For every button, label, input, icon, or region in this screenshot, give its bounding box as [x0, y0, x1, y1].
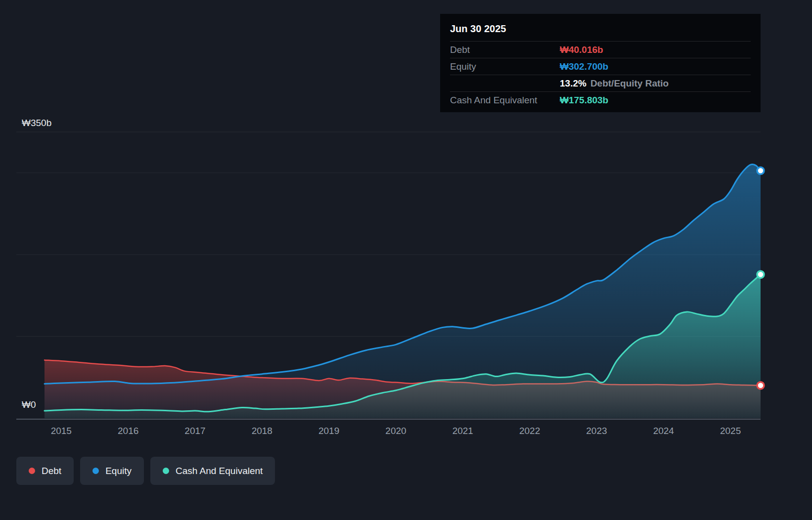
- x-tick-2020: 2020: [385, 426, 406, 436]
- tooltip-row-debt: Debt ₩40.016b: [450, 42, 751, 58]
- legend-item-debt[interactable]: Debt: [16, 457, 74, 485]
- x-tick-2015: 2015: [51, 426, 72, 436]
- tooltip-row-cash: Cash And Equivalent ₩175.803b: [450, 92, 751, 108]
- tooltip-debt-label: Debt: [450, 44, 560, 55]
- tooltip-cash-label: Cash And Equivalent: [450, 95, 560, 106]
- financial-history-chart: 2015201620172018201920202021202220232024…: [0, 0, 812, 520]
- legend-label-equity: Equity: [105, 466, 132, 477]
- x-tick-2017: 2017: [184, 426, 205, 436]
- x-tick-2018: 2018: [252, 426, 272, 436]
- cash-series-dot: [163, 468, 169, 474]
- x-tick-2016: 2016: [118, 426, 138, 436]
- legend-label-debt: Debt: [42, 466, 61, 477]
- cash-and-equivalent-end-marker: [757, 271, 764, 278]
- equity-end-marker: [757, 167, 764, 174]
- debt-end-marker: [757, 382, 764, 389]
- tooltip-date: Jun 30 2025: [450, 19, 751, 42]
- chart-legend: Debt Equity Cash And Equivalent: [16, 457, 275, 485]
- legend-item-cash[interactable]: Cash And Equivalent: [150, 457, 275, 485]
- tooltip-equity-label: Equity: [450, 61, 560, 72]
- tooltip-cash-value: ₩175.803b: [560, 95, 608, 106]
- y-axis-label-0: ₩0: [22, 399, 36, 410]
- tooltip-equity-value: ₩302.700b: [560, 61, 608, 72]
- tooltip-ratio-value: 13.2%: [560, 78, 586, 88]
- tooltip-debt-value: ₩40.016b: [560, 44, 603, 55]
- legend-item-equity[interactable]: Equity: [80, 457, 144, 485]
- tooltip-ratio-label: Debt/Equity Ratio: [590, 78, 669, 88]
- debt-series-dot: [29, 468, 35, 474]
- x-tick-2025: 2025: [720, 426, 741, 436]
- tooltip-row-equity: Equity ₩302.700b: [450, 58, 751, 75]
- x-tick-2021: 2021: [452, 426, 473, 436]
- legend-label-cash: Cash And Equivalent: [176, 466, 263, 477]
- tooltip-row-ratio: 13.2%Debt/Equity Ratio: [450, 75, 751, 92]
- chart-tooltip: Jun 30 2025 Debt ₩40.016b Equity ₩302.70…: [440, 14, 761, 112]
- y-axis-label-350b: ₩350b: [22, 118, 51, 129]
- x-tick-2023: 2023: [586, 426, 607, 436]
- equity-series-dot: [92, 468, 99, 474]
- x-tick-2022: 2022: [519, 426, 540, 436]
- x-tick-2019: 2019: [318, 426, 339, 436]
- x-tick-2024: 2024: [653, 426, 675, 436]
